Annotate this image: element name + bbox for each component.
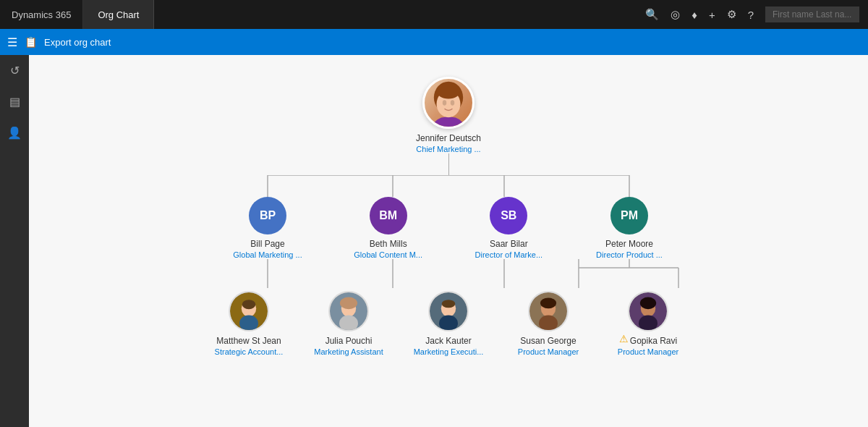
svg-point-28 xyxy=(439,316,458,331)
name-julia: Julia Pouchi xyxy=(326,336,373,346)
node-gopika[interactable]: ⚠ Gopika Ravi Product Manager xyxy=(609,291,687,356)
avatar-sb: SB xyxy=(490,197,527,234)
avatar-pm: PM xyxy=(610,197,648,234)
orgchart-label: Org Chart xyxy=(98,9,139,20)
connector-level2-svg xyxy=(210,259,687,288)
sidebar-icon-user[interactable]: 👤 xyxy=(4,123,25,143)
sidebar: ↺ ▤ 👤 xyxy=(0,55,29,427)
top-navigation: Dynamics 365 Org Chart 🔍 ◎ ♦ + ⚙ ? xyxy=(0,0,868,29)
svg-point-33 xyxy=(540,297,556,308)
name-bm: Beth Mills xyxy=(370,239,407,249)
name-pm: Peter Moore xyxy=(605,239,653,249)
svg-point-24 xyxy=(339,316,358,331)
root-avatar xyxy=(422,77,475,129)
connector-level2-container xyxy=(210,259,687,291)
svg-point-37 xyxy=(640,297,656,310)
target-icon[interactable]: ◎ xyxy=(671,8,680,21)
chart-area: Jennifer Deutsch Chief Marketing ... xyxy=(29,55,868,427)
node-sb[interactable]: SB Saar Bilar Director of Marke... xyxy=(465,197,552,259)
dynamics365-tab[interactable]: Dynamics 365 xyxy=(0,0,83,29)
svg-point-36 xyxy=(639,316,658,331)
avatar-matthew-svg xyxy=(230,291,268,331)
sidebar-icon-list[interactable]: ▤ xyxy=(7,92,23,111)
svg-point-25 xyxy=(340,297,357,310)
svg-point-3 xyxy=(443,100,447,105)
org-chart: Jennifer Deutsch Chief Marketing ... xyxy=(203,77,694,356)
avatar-bm: BM xyxy=(370,197,407,234)
root-node-name: Jennifer Deutsch xyxy=(416,133,481,143)
title-matthew: Strategic Account... xyxy=(215,347,284,356)
root-avatar-svg xyxy=(425,77,472,129)
node-pm[interactable]: PM Peter Moore Director Product ... xyxy=(586,197,673,259)
title-julia: Marketing Assistant xyxy=(314,347,383,356)
title-susan: Product Manager xyxy=(518,347,579,356)
name-matthew: Matthew St Jean xyxy=(216,336,281,346)
avatar-julia xyxy=(328,291,369,331)
svg-point-20 xyxy=(239,316,258,331)
warning-icon-gopika: ⚠ xyxy=(619,333,629,344)
gopika-name-row: ⚠ Gopika Ravi xyxy=(619,331,677,346)
connector-h-level1-container xyxy=(210,175,687,197)
node-bp[interactable]: BP Bill Page Global Marketing ... xyxy=(224,197,311,259)
svg-point-2 xyxy=(437,83,461,99)
toolbar: ☰ 📋 Export org chart xyxy=(0,29,868,55)
avatar-jack-svg xyxy=(430,291,467,331)
avatar-susan xyxy=(528,291,569,331)
settings-icon[interactable]: ⚙ xyxy=(727,8,736,21)
name-bp: Bill Page xyxy=(250,239,284,249)
avatar-bp: BP xyxy=(249,197,286,234)
level2-row: Matthew St Jean Strategic Account... Jul… xyxy=(203,291,694,356)
search-icon[interactable]: 🔍 xyxy=(645,8,659,21)
nav-icons: 🔍 ◎ ♦ + ⚙ ? xyxy=(637,7,868,22)
export-label[interactable]: Export org chart xyxy=(44,37,111,48)
avatar-jack xyxy=(428,291,469,331)
avatar-susan-svg xyxy=(529,291,567,331)
avatar-julia-svg xyxy=(330,291,367,331)
orgchart-tab[interactable]: Org Chart xyxy=(83,0,154,29)
node-susan[interactable]: Susan George Product Manager xyxy=(509,291,587,356)
connector-h-level1-svg xyxy=(210,175,687,197)
svg-point-32 xyxy=(539,316,558,331)
main-layout: ↺ ▤ 👤 xyxy=(0,55,868,427)
node-matthew[interactable]: Matthew St Jean Strategic Account... xyxy=(210,291,288,356)
name-sb: Saar Bilar xyxy=(490,239,528,249)
node-julia[interactable]: Julia Pouchi Marketing Assistant xyxy=(310,291,388,356)
name-jack: Jack Kauter xyxy=(425,336,471,346)
title-jack: Marketing Executi... xyxy=(414,347,484,356)
location-icon[interactable]: ♦ xyxy=(692,9,697,21)
sidebar-icon-refresh[interactable]: ↺ xyxy=(7,61,22,80)
root-node-title: Chief Marketing ... xyxy=(416,145,480,153)
title-sb: Director of Marke... xyxy=(475,250,543,259)
avatar-gopika-svg xyxy=(629,291,667,331)
help-icon[interactable]: ? xyxy=(748,9,754,21)
svg-point-29 xyxy=(442,300,456,308)
name-gopika: Gopika Ravi xyxy=(630,336,677,346)
root-node[interactable]: Jennifer Deutsch Chief Marketing ... xyxy=(405,77,492,153)
menu-icon[interactable]: ☰ xyxy=(7,35,17,49)
title-gopika: Product Manager xyxy=(618,347,678,356)
svg-point-21 xyxy=(242,300,256,309)
connector-root-v xyxy=(448,153,449,175)
name-susan: Susan George xyxy=(520,336,576,346)
node-bm[interactable]: BM Beth Mills Global Content M... xyxy=(345,197,432,259)
level1-row: BP Bill Page Global Marketing ... BM Bet… xyxy=(210,197,687,259)
avatar-gopika xyxy=(628,291,668,331)
title-pm: Director Product ... xyxy=(596,250,663,259)
title-bm: Global Content M... xyxy=(354,250,422,259)
svg-point-4 xyxy=(451,100,455,105)
title-bp: Global Marketing ... xyxy=(233,250,302,259)
add-icon[interactable]: + xyxy=(709,9,715,21)
avatar-matthew xyxy=(229,291,269,331)
search-input[interactable] xyxy=(765,7,859,22)
export-icon: 📋 xyxy=(25,36,37,48)
node-jack[interactable]: Jack Kauter Marketing Executi... xyxy=(409,291,488,356)
dynamics365-label: Dynamics 365 xyxy=(12,9,71,20)
